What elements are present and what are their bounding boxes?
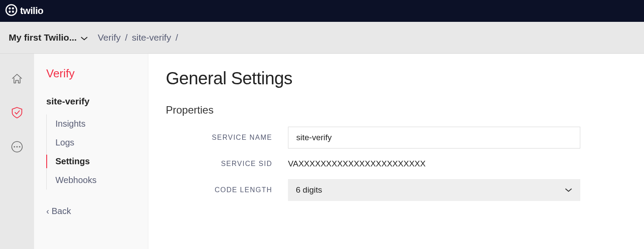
rail-more[interactable]: [0, 131, 34, 165]
svg-point-4: [12, 10, 14, 13]
icon-rail: [0, 54, 34, 249]
label-service-sid: SERVICE SID: [166, 160, 288, 168]
account-selector[interactable]: My first Twilio...: [9, 32, 88, 43]
top-bar: twilio: [0, 0, 644, 22]
chevron-down-icon: [565, 185, 572, 195]
rail-verify[interactable]: [0, 97, 34, 131]
sidebar-item-insights[interactable]: Insights: [47, 114, 148, 133]
breadcrumb-separator: /: [125, 32, 127, 43]
back-link[interactable]: ‹ Back: [34, 206, 148, 216]
layout: Verify site-verify Insights Logs Setting…: [0, 54, 644, 249]
svg-point-2: [12, 7, 14, 10]
verify-shield-icon: [10, 106, 24, 121]
sidebar-title[interactable]: Verify: [34, 67, 148, 80]
svg-point-1: [9, 7, 11, 10]
input-service-name[interactable]: [288, 127, 580, 149]
sidebar-item-webhooks[interactable]: Webhooks: [47, 171, 148, 190]
twilio-logo[interactable]: twilio: [5, 4, 43, 18]
account-name: My first Twilio...: [9, 32, 77, 43]
svg-point-3: [9, 10, 11, 13]
breadcrumb-separator: /: [175, 32, 178, 43]
breadcrumb-item-verify[interactable]: Verify: [98, 32, 121, 43]
more-icon: [10, 140, 24, 155]
sidebar-item-settings[interactable]: Settings: [47, 152, 148, 171]
section-title: Properties: [166, 104, 627, 116]
twilio-logo-icon: [5, 4, 17, 18]
breadcrumb: Verify / site-verify /: [98, 32, 178, 43]
home-icon: [10, 72, 24, 87]
svg-point-8: [19, 146, 20, 147]
row-service-sid: SERVICE SID VAXXXXXXXXXXXXXXXXXXXXXXX: [166, 159, 627, 169]
sidebar-subtitle[interactable]: site-verify: [34, 96, 148, 107]
sidebar-item-logs[interactable]: Logs: [47, 133, 148, 152]
label-service-name: SERVICE NAME: [166, 134, 288, 142]
select-code-length[interactable]: 6 digits: [288, 179, 580, 201]
svg-point-6: [14, 146, 15, 147]
chevron-down-icon: [80, 32, 88, 43]
main-content: General Settings Properties SERVICE NAME…: [148, 54, 644, 249]
rail-home[interactable]: [0, 62, 34, 97]
brand-text: twilio: [20, 5, 43, 17]
value-service-sid: VAXXXXXXXXXXXXXXXXXXXXXXX: [288, 159, 425, 169]
svg-point-0: [6, 5, 17, 15]
sidebar-items: Insights Logs Settings Webhooks: [46, 114, 148, 190]
page-title: General Settings: [166, 69, 627, 88]
label-code-length: CODE LENGTH: [166, 186, 288, 194]
breadcrumb-item-service[interactable]: site-verify: [132, 32, 171, 43]
select-value: 6 digits: [296, 185, 322, 195]
sidebar: Verify site-verify Insights Logs Setting…: [34, 54, 148, 249]
row-code-length: CODE LENGTH 6 digits: [166, 179, 627, 201]
svg-point-7: [16, 146, 17, 147]
breadcrumb-bar: My first Twilio... Verify / site-verify …: [0, 22, 644, 54]
row-service-name: SERVICE NAME: [166, 127, 627, 149]
